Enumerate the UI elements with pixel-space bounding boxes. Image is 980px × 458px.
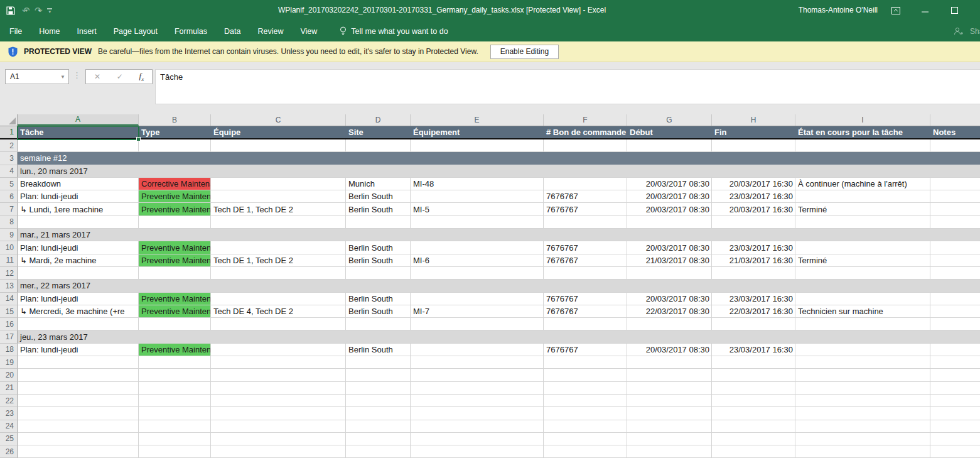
cell-D12[interactable] [346,267,411,280]
cell-F12[interactable] [544,267,627,280]
cell-B5[interactable]: Corrective Maintenance [139,178,211,190]
cell-J20[interactable] [930,369,980,381]
cell-C5[interactable] [211,178,346,190]
tab-formulas[interactable]: Formulas [175,27,207,36]
cell-D7[interactable]: Berlin South [346,203,411,215]
cell-H10[interactable]: 23/03/2017 16:30 [712,241,795,254]
cell-E11[interactable]: MI-6 [411,254,544,267]
date-band-17[interactable]: jeu., 23 mars 2017 [18,330,980,343]
cell-A11[interactable]: ↳ Mardi, 2e machine [18,254,139,267]
cell-D14[interactable]: Berlin South [346,293,411,305]
cell-H20[interactable] [712,369,795,381]
cell-H23[interactable] [712,407,795,420]
row-header-1[interactable]: 1 [0,126,18,138]
cell-A6[interactable]: Plan: lundi-jeudi [18,190,139,203]
row-header-25[interactable]: 25 [0,433,18,445]
cell-I21[interactable] [795,382,930,395]
cell-D6[interactable]: Berlin South [346,190,411,203]
cell-B24[interactable] [139,420,211,433]
cell-I10[interactable] [795,241,930,254]
column-header-B[interactable]: B [139,114,211,126]
cell-D20[interactable] [346,369,411,381]
cell-E21[interactable] [411,382,544,395]
cell-J14[interactable] [930,293,980,305]
row-header-13[interactable]: 13 [0,280,18,292]
cell-B11[interactable]: Preventive Maintenance [139,254,211,267]
cell-I8[interactable] [795,216,930,229]
cell-J2[interactable] [930,139,980,152]
ribbon-display-options-icon[interactable] [886,0,905,21]
row-header-18[interactable]: 18 [0,344,18,356]
cell-J6[interactable] [930,190,980,203]
cell-E24[interactable] [411,420,544,433]
cell-G25[interactable] [627,433,712,445]
cell-G18[interactable]: 20/03/2017 08:30 [627,344,712,356]
cell-A18[interactable]: Plan: lundi-jeudi [18,344,139,356]
cell-B8[interactable] [139,216,211,229]
cell-E22[interactable] [411,395,544,407]
cell-G19[interactable] [627,356,712,369]
cell-F23[interactable] [544,407,627,420]
row-header-14[interactable]: 14 [0,293,18,305]
row-header-4[interactable]: 4 [0,165,18,178]
cell-I12[interactable] [795,267,930,280]
cell-C23[interactable] [211,407,346,420]
cell-F26[interactable] [544,445,627,458]
save-icon[interactable] [6,6,15,15]
enter-icon[interactable]: ✓ [117,72,123,81]
redo-dropdown-icon[interactable]: ▾ [38,8,41,13]
cell-E18[interactable] [411,344,544,356]
cell-A16[interactable] [18,318,139,330]
name-box[interactable]: A1 ▼ [5,69,69,84]
cell-A22[interactable] [18,395,139,407]
column-header-E[interactable]: E [411,114,544,126]
cell-C2[interactable] [211,139,346,152]
column-header-F[interactable]: F [544,114,627,126]
date-band-13[interactable]: mer., 22 mars 2017 [18,280,980,292]
row-header-21[interactable]: 21 [0,382,18,395]
cell-J23[interactable] [930,407,980,420]
cell-E8[interactable] [411,216,544,229]
cell-C20[interactable] [211,369,346,381]
row-header-22[interactable]: 22 [0,395,18,407]
row-header-10[interactable]: 10 [0,241,18,254]
cell-B21[interactable] [139,382,211,395]
row-header-11[interactable]: 11 [0,254,18,267]
cell-F24[interactable] [544,420,627,433]
cell-F14[interactable]: 7676767 [544,293,627,305]
cell-D22[interactable] [346,395,411,407]
row-header-9[interactable]: 9 [0,229,18,241]
cell-C22[interactable] [211,395,346,407]
tab-insert[interactable]: Insert [77,27,97,36]
cell-F2[interactable] [544,139,627,152]
cell-C26[interactable] [211,445,346,458]
cell-D23[interactable] [346,407,411,420]
cell-A5[interactable]: Breakdown [18,178,139,190]
cell-J24[interactable] [930,420,980,433]
cell-G2[interactable] [627,139,712,152]
cell-H1[interactable]: Fin [712,126,795,138]
cell-A23[interactable] [18,407,139,420]
tab-review[interactable]: Review [257,27,283,36]
cell-G10[interactable]: 20/03/2017 08:30 [627,241,712,254]
cell-C6[interactable] [211,190,346,203]
cell-H21[interactable] [712,382,795,395]
column-header-I[interactable]: I [795,114,930,126]
cell-G26[interactable] [627,445,712,458]
cell-H12[interactable] [712,267,795,280]
row-header-20[interactable]: 20 [0,369,18,381]
cell-G5[interactable]: 20/03/2017 08:30 [627,178,712,190]
cell-C25[interactable] [211,433,346,445]
cell-F25[interactable] [544,433,627,445]
column-header-D[interactable]: D [346,114,411,126]
cell-C10[interactable] [211,241,346,254]
cell-C16[interactable] [211,318,346,330]
cell-J11[interactable] [930,254,980,267]
cell-J10[interactable] [930,241,980,254]
cell-A26[interactable] [18,445,139,458]
cell-J7[interactable] [930,203,980,215]
cell-E6[interactable] [411,190,544,203]
cell-I2[interactable] [795,139,930,152]
cell-J15[interactable] [930,305,980,318]
cell-H14[interactable]: 23/03/2017 16:30 [712,293,795,305]
